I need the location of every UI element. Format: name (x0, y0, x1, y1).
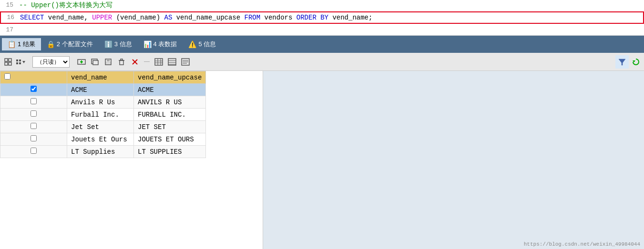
cell-vend-name: Furball Inc. (67, 109, 134, 121)
sql-as: AS (164, 14, 173, 21)
grid-icon (4, 58, 12, 66)
delete-btn[interactable] (115, 56, 128, 68)
svg-marker-35 (619, 59, 625, 65)
tab-config[interactable]: 🔒 2 个配置文件 (41, 38, 99, 50)
duplicate-btn[interactable] (89, 56, 101, 68)
svg-rect-22 (155, 59, 163, 65)
svg-rect-1 (9, 59, 11, 61)
row-checkbox-input[interactable] (31, 148, 37, 154)
svg-marker-8 (22, 61, 25, 63)
svg-rect-13 (93, 60, 98, 65)
view-grid-icon (154, 58, 163, 66)
tab-config-icon: 🔒 (47, 40, 55, 48)
refresh-btn[interactable] (630, 56, 642, 68)
code-line-17: 17 (0, 25, 644, 35)
row-checkbox-cell[interactable] (0, 109, 67, 121)
svg-rect-4 (16, 60, 18, 61)
tab-info-label: 3 信息 (114, 40, 132, 49)
cell-vend-name-upcase: JET SET (134, 121, 206, 133)
row-checkbox-input[interactable] (31, 135, 37, 141)
view-list-btn[interactable] (166, 56, 178, 68)
view-grid-btn[interactable] (153, 56, 165, 68)
add-row-icon (77, 58, 86, 66)
duplicate-icon (91, 58, 99, 66)
chevron-down-icon (21, 60, 26, 64)
line-17-content (17, 25, 644, 35)
tab-info[interactable]: ℹ️ 3 信息 (99, 38, 138, 50)
line-number-15: 15 (0, 0, 17, 10)
table-row: Jouets Et OursJOUETS ET OURS (0, 133, 206, 146)
tab-info-icon: ℹ️ (104, 40, 112, 48)
tab-results[interactable]: 📋 1 结果 (2, 38, 41, 50)
refresh-icon (632, 58, 640, 66)
svg-rect-15 (107, 59, 110, 61)
svg-rect-3 (9, 62, 11, 65)
line-16-content: SELECT vend_name, UPPER (vend_name) AS v… (18, 12, 643, 23)
cell-vend-name-upcase: JOUETS ET OURS (134, 133, 206, 146)
cell-vend-name: LT Supplies (67, 146, 134, 158)
options-icon (16, 59, 21, 65)
tab-tabledata-icon: 📊 (143, 40, 152, 48)
data-table-container[interactable]: vend_name vend_name_upcase ACMEACMEAnvil… (0, 71, 263, 249)
svg-rect-17 (120, 60, 123, 65)
save-icon (104, 58, 112, 66)
tab-config-label: 2 个配置文件 (57, 40, 93, 49)
save-btn[interactable] (102, 56, 114, 68)
row-checkbox-input[interactable] (31, 110, 37, 117)
grid-btn[interactable] (2, 56, 14, 68)
col-header-vend-name: vend_name (67, 71, 134, 84)
filter-btn[interactable] (615, 55, 629, 69)
row-checkbox-cell[interactable] (0, 133, 67, 146)
line-15-comment: -- Upper()将文本转换为大写 (17, 0, 644, 10)
cell-vend-name: Jouets Et Ours (67, 133, 134, 146)
table-row: Anvils R UsANVILS R US (0, 96, 206, 109)
cancel-icon (131, 58, 139, 66)
svg-rect-16 (106, 62, 111, 64)
row-checkbox-cell[interactable] (0, 96, 67, 109)
add-row-btn[interactable] (75, 56, 88, 68)
readonly-select[interactable]: （只读） (32, 56, 70, 68)
tab-tabledata[interactable]: 📊 4 表数据 (138, 38, 183, 50)
sql-select: SELECT (20, 14, 44, 21)
trash-icon (118, 58, 125, 66)
table-row: Jet SetJET SET (0, 121, 206, 133)
cell-vend-name-upcase: LT SUPPLIES (134, 146, 206, 158)
watermark: https://blog.csdn.net/weixin_49984044 (524, 241, 640, 247)
view-text-btn[interactable] (179, 56, 192, 68)
tab-results-icon: 📋 (8, 40, 16, 48)
toolbar: （只读） (0, 53, 644, 71)
cell-vend-name-upcase: FURBALL INC. (134, 109, 206, 121)
svg-rect-2 (5, 62, 8, 65)
select-all-checkbox[interactable] (4, 73, 10, 80)
tab-info2-label: 5 信息 (198, 40, 216, 49)
bottom-area: 📋 1 结果 🔒 2 个配置文件 ℹ️ 3 信息 📊 4 表数据 ⚠️ 5 信息 (0, 36, 644, 249)
cancel-btn[interactable] (129, 56, 141, 68)
view-text-icon (181, 58, 190, 66)
row-checkbox-cell[interactable] (0, 146, 67, 158)
svg-rect-7 (19, 62, 21, 64)
separator-3 (144, 61, 150, 62)
code-line-16: 16 SELECT vend_name, UPPER (vend_name) A… (0, 11, 644, 24)
code-editor: 15 -- Upper()将文本转换为大写 16 SELECT vend_nam… (0, 0, 644, 36)
header-checkbox-cell[interactable] (0, 71, 67, 84)
right-panel (263, 71, 644, 249)
results-table: vend_name vend_name_upcase ACMEACMEAnvil… (0, 71, 206, 158)
table-row: LT SuppliesLT SUPPLIES (0, 146, 206, 158)
svg-rect-0 (5, 59, 8, 61)
tabs-bar: 📋 1 结果 🔒 2 个配置文件 ℹ️ 3 信息 📊 4 表数据 ⚠️ 5 信息 (0, 36, 644, 53)
line-number-16: 16 (1, 12, 18, 23)
main-container: 15 -- Upper()将文本转换为大写 16 SELECT vend_nam… (0, 0, 644, 249)
row-checkbox-input[interactable] (31, 123, 37, 129)
col-header-vend-name-upcase: vend_name_upcase (134, 71, 206, 84)
row-checkbox-cell[interactable] (0, 121, 67, 133)
row-checkbox-input[interactable] (31, 98, 37, 104)
svg-rect-6 (16, 62, 18, 64)
tab-info2[interactable]: ⚠️ 5 信息 (183, 38, 222, 50)
code-line-15: 15 -- Upper()将文本转换为大写 (0, 0, 644, 10)
dropdown-btn[interactable] (15, 56, 27, 68)
row-checkbox-input[interactable] (31, 86, 37, 92)
cell-vend-name-upcase: ANVILS R US (134, 96, 206, 109)
row-checkbox-cell[interactable] (0, 84, 67, 96)
toolbar-right (615, 55, 642, 69)
svg-rect-5 (19, 60, 21, 61)
